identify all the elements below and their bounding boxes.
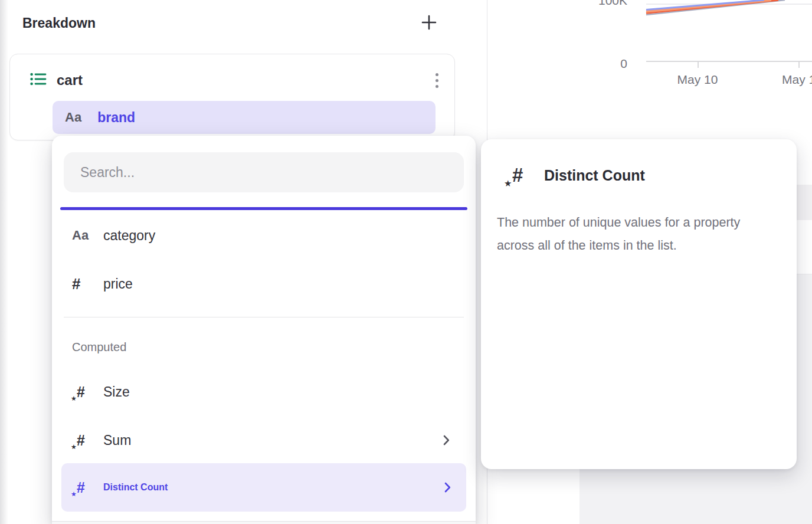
computed-number-icon: #★ bbox=[77, 433, 85, 448]
x-axis-line bbox=[646, 61, 812, 62]
line-chart bbox=[487, 0, 812, 71]
add-breakdown-button[interactable] bbox=[419, 13, 439, 33]
dropdown-item-label: Size bbox=[103, 384, 130, 400]
x-tick-label-may10: May 10 bbox=[668, 73, 727, 87]
breakdown-group-row[interactable]: cart bbox=[30, 64, 83, 96]
details-title: Distinct Count bbox=[544, 167, 645, 184]
selected-property-label: brand bbox=[97, 110, 135, 126]
text-property-icon: Aa bbox=[72, 228, 89, 243]
dropdown-item-size[interactable]: #★ Size bbox=[52, 375, 476, 408]
list-icon bbox=[30, 72, 47, 89]
dropdown-item-label: category bbox=[103, 228, 155, 244]
kebab-icon bbox=[436, 73, 438, 88]
dropdown-item-label: Sum bbox=[103, 433, 131, 448]
details-description: The number of unique values for a proper… bbox=[497, 211, 779, 257]
dropdown-item-label: Distinct Count bbox=[103, 482, 168, 493]
search-input[interactable] bbox=[64, 152, 464, 192]
number-property-icon: # bbox=[72, 275, 80, 293]
x-tick-label-may17: May 17 bbox=[782, 73, 812, 87]
computed-section-label: Computed bbox=[72, 340, 126, 354]
property-select-dropdown: Aa category # price Computed #★ Size #★ … bbox=[52, 136, 476, 524]
active-tab-indicator bbox=[60, 207, 467, 210]
selected-property-pill[interactable]: Aa brand bbox=[53, 101, 436, 134]
dropdown-item-sum[interactable]: #★ Sum bbox=[52, 424, 476, 457]
dropdown-item-label: price bbox=[103, 276, 133, 292]
y-tick-label-100k: 100K bbox=[591, 0, 627, 8]
dropdown-section-divider bbox=[64, 317, 464, 317]
computed-number-icon: #★ bbox=[512, 165, 523, 185]
chevron-right-icon bbox=[444, 482, 451, 493]
breakdown-group-card: cart Aa brand bbox=[9, 54, 455, 140]
computed-number-icon: #★ bbox=[77, 385, 85, 399]
computed-number-icon: #★ bbox=[77, 480, 85, 495]
search-box bbox=[64, 152, 464, 192]
x-axis-tick bbox=[698, 61, 699, 68]
property-details-panel: #★ Distinct Count The number of unique v… bbox=[481, 139, 797, 469]
breakdown-section-title: Breakdown bbox=[22, 15, 96, 31]
y-tick-label-0: 0 bbox=[591, 57, 627, 71]
panel-edge-shadow bbox=[0, 0, 8, 524]
group-name: cart bbox=[57, 72, 83, 89]
plus-icon bbox=[421, 15, 437, 32]
text-property-icon: Aa bbox=[65, 110, 81, 125]
group-options-button[interactable] bbox=[430, 72, 443, 89]
x-axis-tick bbox=[798, 61, 800, 68]
chevron-right-icon bbox=[443, 435, 450, 446]
dropdown-footer bbox=[52, 522, 476, 524]
dropdown-item-price[interactable]: # price bbox=[52, 267, 476, 300]
dropdown-item-distinct-count[interactable]: #★ Distinct Count bbox=[61, 463, 466, 512]
dropdown-item-category[interactable]: Aa category bbox=[52, 219, 476, 252]
